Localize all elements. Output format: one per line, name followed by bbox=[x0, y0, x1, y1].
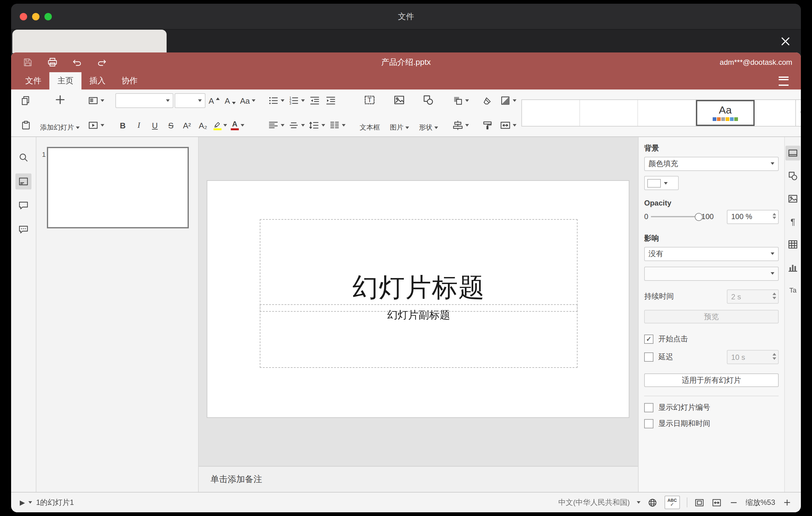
fit-width-icon[interactable] bbox=[712, 497, 722, 508]
theme-gallery-expand-icon[interactable] bbox=[796, 99, 801, 126]
start-slideshow-icon[interactable] bbox=[86, 118, 106, 133]
tab-file[interactable]: 文件 bbox=[17, 72, 49, 89]
chart-settings-icon[interactable] bbox=[785, 260, 800, 275]
spinner-up-icon[interactable] bbox=[773, 353, 776, 355]
insert-image-button[interactable]: 图片 bbox=[387, 92, 412, 134]
tab-home[interactable]: 主页 bbox=[49, 72, 82, 89]
effect-type-select[interactable] bbox=[644, 267, 779, 281]
copy-style-icon[interactable] bbox=[480, 118, 495, 133]
slide-settings-icon[interactable] bbox=[785, 146, 800, 161]
font-size-combo[interactable] bbox=[175, 93, 205, 108]
notes-area[interactable]: 单击添加备注 bbox=[199, 466, 638, 492]
shape-settings-icon[interactable] bbox=[785, 169, 800, 183]
zoom-traffic-light[interactable] bbox=[45, 13, 52, 20]
bullets-icon[interactable] bbox=[266, 93, 286, 108]
theme-cell[interactable] bbox=[580, 100, 638, 126]
zoom-out-button[interactable]: − bbox=[729, 497, 739, 508]
decrease-font-icon[interactable]: A bbox=[223, 93, 237, 108]
line-spacing-icon[interactable] bbox=[307, 118, 326, 133]
effect-select[interactable]: 没有 bbox=[644, 247, 779, 261]
increase-font-icon[interactable]: A bbox=[207, 93, 222, 108]
close-icon[interactable] bbox=[778, 33, 793, 49]
highlight-color-icon[interactable] bbox=[212, 118, 228, 133]
spinner-down-icon[interactable] bbox=[773, 217, 776, 219]
spinner-down-icon[interactable] bbox=[773, 296, 776, 299]
add-slide-button[interactable]: 添加幻灯片 bbox=[37, 92, 83, 134]
opacity-value-input[interactable]: 100 % bbox=[727, 209, 779, 224]
slideshow-options-chevron-icon[interactable] bbox=[29, 501, 32, 504]
zoom-in-button[interactable]: + bbox=[782, 497, 792, 508]
spinner-down-icon[interactable] bbox=[773, 357, 776, 360]
undo-icon[interactable] bbox=[69, 55, 85, 70]
decrease-indent-icon[interactable] bbox=[307, 93, 322, 108]
language-chevron-icon[interactable] bbox=[637, 501, 640, 504]
paste-icon[interactable] bbox=[19, 118, 33, 133]
textart-settings-icon[interactable]: Ta bbox=[785, 283, 800, 297]
background-color-swatch[interactable] bbox=[644, 176, 679, 190]
spellcheck-icon[interactable]: ABC ✓ bbox=[665, 496, 680, 509]
font-name-combo[interactable] bbox=[115, 93, 173, 108]
slide-canvas[interactable]: 幻灯片标题 幻灯片副标题 bbox=[207, 181, 629, 417]
underline-button[interactable]: U bbox=[147, 118, 162, 133]
tab-collaboration[interactable]: 协作 bbox=[114, 72, 146, 89]
slide-size-icon[interactable] bbox=[498, 118, 518, 133]
subscript-button[interactable]: A₂ bbox=[196, 118, 210, 133]
slides-panel-icon[interactable] bbox=[16, 173, 31, 190]
copy-icon[interactable] bbox=[19, 93, 33, 108]
print-icon[interactable] bbox=[45, 55, 60, 70]
comments-icon[interactable] bbox=[16, 198, 31, 213]
align-shape-icon[interactable] bbox=[451, 118, 470, 133]
theme-cell[interactable] bbox=[755, 100, 795, 126]
preview-button[interactable]: 预览 bbox=[644, 310, 779, 323]
change-layout-icon[interactable] bbox=[86, 93, 106, 108]
title-placeholder[interactable]: 幻灯片标题 bbox=[260, 219, 578, 312]
hamburger-menu-icon[interactable] bbox=[775, 72, 792, 89]
font-color-icon[interactable]: A bbox=[230, 118, 245, 133]
delay-checkbox[interactable] bbox=[644, 352, 654, 362]
slide-thumbnail[interactable] bbox=[47, 147, 189, 228]
background-fill-select[interactable]: 颜色填充 bbox=[644, 157, 779, 171]
close-traffic-light[interactable] bbox=[20, 13, 27, 20]
search-icon[interactable] bbox=[16, 149, 31, 165]
arrange-shape-icon[interactable] bbox=[451, 93, 470, 108]
redo-icon[interactable] bbox=[94, 55, 110, 70]
apply-to-all-slides-button[interactable]: 适用于所有幻灯片 bbox=[644, 373, 779, 387]
opacity-slider[interactable] bbox=[651, 216, 699, 217]
start-slideshow-status-icon[interactable]: ▶ bbox=[20, 498, 25, 507]
theme-cell[interactable] bbox=[638, 100, 696, 126]
columns-icon[interactable] bbox=[328, 118, 347, 133]
insert-shape-button[interactable]: 形状 bbox=[416, 92, 441, 134]
minimize-traffic-light[interactable] bbox=[32, 13, 39, 20]
save-icon[interactable] bbox=[20, 55, 36, 70]
increase-indent-icon[interactable] bbox=[323, 93, 338, 108]
spinner-up-icon[interactable] bbox=[773, 292, 776, 295]
change-case-icon[interactable]: Aa bbox=[239, 93, 257, 108]
bold-button[interactable]: B bbox=[115, 118, 130, 133]
slide-canvas-area[interactable]: 幻灯片标题 幻灯片副标题 bbox=[199, 137, 638, 466]
feedback-icon[interactable] bbox=[16, 222, 31, 238]
delay-input[interactable]: 10 s bbox=[727, 350, 779, 364]
theme-cell-selected[interactable]: Aa bbox=[696, 100, 755, 126]
paragraph-settings-icon[interactable]: ¶ bbox=[785, 214, 800, 229]
document-language[interactable]: 中文(中华人民共和国) bbox=[558, 497, 630, 508]
horizontal-align-icon[interactable] bbox=[266, 118, 286, 133]
subtitle-placeholder[interactable]: 幻灯片副标题 bbox=[260, 304, 578, 368]
clear-style-icon[interactable] bbox=[480, 93, 495, 108]
italic-button[interactable]: I bbox=[132, 118, 146, 133]
table-settings-icon[interactable] bbox=[785, 237, 800, 252]
shape-fill-icon[interactable] bbox=[498, 93, 518, 108]
spinner-up-icon[interactable] bbox=[773, 212, 776, 215]
insert-textbox-button[interactable]: T 文本框 bbox=[357, 92, 383, 134]
opacity-slider-knob[interactable] bbox=[694, 213, 702, 221]
start-on-click-checkbox[interactable]: ✓ bbox=[644, 335, 654, 344]
show-datetime-checkbox[interactable] bbox=[644, 419, 654, 428]
tab-insert[interactable]: 插入 bbox=[82, 72, 114, 89]
image-settings-icon[interactable] bbox=[785, 191, 800, 206]
show-slide-number-checkbox[interactable] bbox=[644, 403, 654, 412]
fit-slide-icon[interactable] bbox=[694, 497, 705, 508]
superscript-button[interactable]: A² bbox=[179, 118, 194, 133]
theme-cell[interactable] bbox=[522, 100, 580, 126]
set-language-globe-icon[interactable] bbox=[647, 497, 658, 508]
strikethrough-button[interactable]: S bbox=[164, 118, 178, 133]
vertical-align-icon[interactable] bbox=[287, 118, 306, 133]
